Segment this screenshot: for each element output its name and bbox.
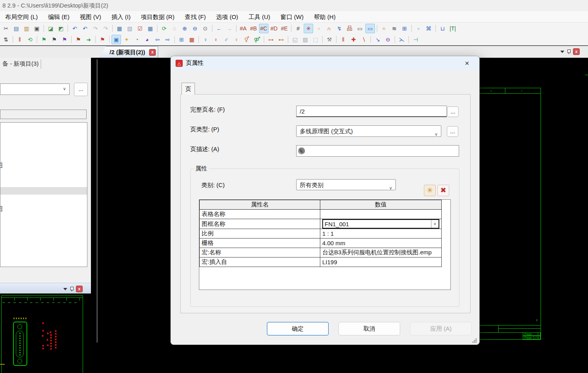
property-row[interactable]: 比例1 : 1 [200, 229, 442, 239]
cross-icon[interactable]: ✚ [349, 35, 358, 44]
cut-icon[interactable]: ✂ [1, 24, 11, 33]
page-export-icon[interactable]: ⇨ [163, 35, 172, 44]
connector-icon[interactable]: ⚥ [242, 35, 251, 44]
menu-item[interactable]: 插入 (I) [106, 11, 136, 22]
pin-icon[interactable]: ⚤ [252, 35, 262, 44]
back-icon[interactable]: ← [214, 24, 224, 33]
go-icon[interactable]: ➜ [84, 35, 93, 44]
mesh-icon[interactable]: ⊞ [400, 24, 409, 33]
page-import-icon[interactable]: ⇦ [153, 35, 162, 44]
page-open-icon[interactable]: ◔ [132, 35, 142, 44]
menu-item[interactable]: 工具 (U) [243, 11, 275, 22]
hatch-icon[interactable]: ▨ [301, 35, 310, 44]
property-name-cell[interactable]: 栅格 [200, 239, 320, 248]
property-value-cell[interactable]: 台达B3系列伺服电机位置控制接线图.emp [320, 248, 442, 258]
object-snap-icon[interactable]: ▫ [314, 24, 323, 33]
device-icon[interactable]: ♀ [232, 35, 241, 44]
zoom-window-icon[interactable]: ◌ [170, 24, 179, 33]
window-icon[interactable]: ▦ [115, 24, 124, 33]
document-tab-close-button[interactable]: x [149, 49, 156, 56]
add-box-icon[interactable]: ⊞ [177, 35, 186, 44]
menu-item[interactable]: 查找 (F) [180, 11, 211, 22]
menu-item[interactable]: 帮助 (H) [309, 11, 341, 22]
measure-icon[interactable]: ▭ [365, 24, 375, 33]
column-header-name[interactable]: 属性名 [200, 200, 320, 210]
signal-tracking-icon[interactable]: ⊷ [276, 35, 286, 44]
dialog-tab-page[interactable]: 页 [182, 83, 195, 95]
property-value-cell[interactable] [320, 210, 442, 219]
ok-button[interactable]: 确定 [267, 322, 329, 335]
delete-selection-icon[interactable]: ▣ [32, 24, 42, 33]
flag-check-icon[interactable]: ⚑ [39, 35, 49, 44]
property-value-cell[interactable]: FN1_001∨ [320, 219, 442, 229]
preview-close-button[interactable]: x [76, 286, 83, 292]
property-value-cell[interactable]: 1 : 1 [320, 229, 442, 239]
dialog-close-button[interactable]: × [462, 58, 472, 68]
menu-item[interactable]: 编辑 (E) [43, 11, 75, 22]
menu-item[interactable]: 选项 (O) [211, 11, 244, 22]
number-12-icon[interactable]: ⇅ [1, 35, 11, 44]
property-name-cell[interactable]: 比例 [200, 229, 320, 239]
selected-row[interactable] [0, 187, 87, 195]
stamp-icon[interactable]: ⚒ [325, 35, 334, 44]
apply-button[interactable]: 应用 (A) [410, 322, 472, 335]
window-layout-icon[interactable]: ▧ [125, 24, 134, 33]
cart-icon[interactable]: ⊔ [438, 24, 447, 33]
page-description-input[interactable] [296, 145, 459, 157]
box-icon[interactable]: ▫ [414, 24, 423, 33]
property-row[interactable]: 表格名称 [200, 210, 442, 219]
busbar-icon[interactable]: ⫴ [338, 35, 348, 44]
flag-delete-icon[interactable]: ⚑ [98, 35, 107, 44]
property-name-cell[interactable]: 表格名称 [200, 210, 320, 219]
new-page-icon[interactable]: ✦ [122, 35, 131, 44]
property-value-cell[interactable]: 4.00 mm [320, 239, 442, 248]
panel-pin-icon[interactable] [567, 49, 571, 55]
preview-dropdown-icon[interactable] [63, 288, 67, 290]
menu-item[interactable]: 布局空间 (L) [0, 11, 43, 22]
panel-dropdown-icon[interactable] [560, 51, 564, 53]
snap-grid-icon[interactable]: ✳ [304, 24, 313, 33]
tree-item[interactable]: 图 [0, 162, 6, 169]
bend-icon[interactable]: ⋋ [397, 35, 406, 44]
grid-view-icon[interactable]: ▦ [146, 24, 155, 33]
undo-list-icon[interactable]: ↶ [80, 24, 90, 33]
columns-icon[interactable]: ‖ [15, 35, 25, 44]
dashed-box-icon[interactable]: ⬚ [311, 35, 320, 44]
redo-icon[interactable]: ↷ [91, 24, 100, 33]
end-icon[interactable]: ⊣ [411, 35, 420, 44]
potential-icon[interactable]: ⊶ [266, 35, 276, 44]
property-row[interactable]: 图框名称FN1_001∨ [200, 219, 442, 229]
property-name-cell[interactable]: 宏:名称 [200, 248, 320, 258]
full-page-name-input[interactable]: /2 [296, 106, 447, 117]
property-value-cell[interactable]: LI199 [320, 258, 442, 267]
corner-icon[interactable]: ◱ [290, 35, 300, 44]
category-select[interactable]: 所有类别 ∨ [296, 179, 396, 190]
copy-icon[interactable]: ▤ [11, 24, 21, 33]
grid-c-icon[interactable]: #C [259, 24, 268, 33]
copy-page-icon[interactable]: ▣ [112, 35, 121, 44]
grid-d-icon[interactable]: #D [269, 24, 279, 33]
check-page-icon[interactable]: ☑ [135, 24, 145, 33]
dialog-titlebar[interactable]: △ 页属性 × [171, 56, 479, 70]
page-type-more-button[interactable]: ... [447, 126, 458, 137]
ruler-128-icon[interactable]: ▭ [355, 24, 365, 33]
refresh-icon[interactable]: ⟳ [159, 24, 169, 33]
new-property-button[interactable]: ✳ [424, 185, 436, 196]
menu-item[interactable]: 视图 (V) [75, 11, 106, 22]
tree-item[interactable]: 图 [0, 205, 6, 212]
undo-icon[interactable]: ↶ [70, 24, 79, 33]
property-row[interactable]: 宏:插入自LI199 [200, 258, 442, 267]
menu-item[interactable]: 项目数据 (R) [136, 11, 180, 22]
graphical-preview[interactable] [0, 293, 91, 373]
property-row[interactable]: 宏:名称台达B3系列伺服电机位置控制接线图.emp [200, 248, 442, 258]
property-name-cell[interactable]: 图框名称 [200, 219, 320, 229]
page-type-select[interactable]: 多线原理图 (交互式) ∨ [296, 125, 441, 137]
redo-list-icon[interactable]: ↷ [101, 24, 110, 33]
preview-pin-icon[interactable] [70, 286, 74, 292]
resize-grip[interactable] [472, 338, 477, 343]
forward-icon[interactable]: → [225, 24, 234, 33]
wave-icon[interactable]: ≈ [379, 24, 389, 33]
format-painter-icon[interactable]: ◪ [46, 24, 55, 33]
table-settings-icon[interactable]: ▦ [187, 35, 197, 44]
filter-more-button[interactable]: ... [74, 83, 88, 96]
